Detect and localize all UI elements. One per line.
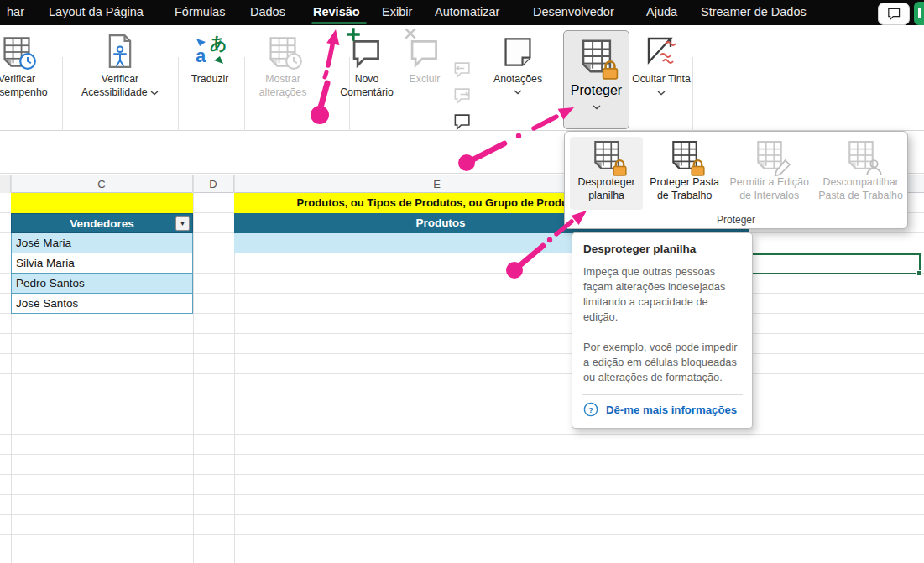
- menu-tab-layout-da-pagina[interactable]: Layout da Página: [49, 0, 158, 25]
- new-comment-icon: [351, 30, 383, 70]
- menu-tab-revisao-label: Revisão: [313, 5, 360, 18]
- show-changes-icon: [266, 30, 300, 70]
- notes-icon: [501, 30, 535, 70]
- show-comments-icon[interactable]: [452, 112, 472, 131]
- menu-tab-automatizar[interactable]: Automatizar: [435, 0, 516, 25]
- menu-item-proteger-pasta-de-trabalho[interactable]: Proteger Pasta de Trabalho: [645, 137, 724, 210]
- menu-tab-revisao[interactable]: Revisão: [313, 0, 365, 25]
- next-comment-icon: [452, 86, 472, 105]
- fill-handle[interactable]: [916, 270, 922, 276]
- vendedores-header-cell[interactable]: Vendedores ▼: [11, 213, 193, 233]
- column-header-d[interactable]: D: [193, 175, 234, 193]
- allow-edit-ranges-icon: [754, 139, 786, 175]
- vendedor-row[interactable]: Silvia Maria: [11, 253, 193, 274]
- vendedores-header-label: Vendedores: [70, 217, 134, 230]
- svg-text:?: ?: [588, 405, 593, 414]
- proteger-dropdown-menu: Desproteger planilha Proteger Pasta de T…: [564, 131, 908, 229]
- button-label: Excluir: [410, 73, 441, 86]
- vendedor-row[interactable]: José Santos: [11, 294, 193, 314]
- row-header-corner: [0, 175, 11, 193]
- selected-cell[interactable]: [749, 253, 921, 274]
- translate-icon: あ a: [192, 30, 227, 70]
- anotacoes-button[interactable]: Anotações: [487, 30, 549, 116]
- unprotect-sheet-icon: [591, 139, 623, 175]
- menu-tab-exibir[interactable]: Exibir: [382, 0, 418, 25]
- chevron-down-icon: [593, 105, 601, 110]
- button-label: Traduzir: [191, 73, 229, 86]
- comment-bubble-icon: [887, 7, 901, 21]
- menu-bar: har Layout da Página Fórmulas Dados Revi…: [0, 0, 924, 25]
- active-tab-underline: [311, 22, 367, 25]
- menu-item-label: Desproteger planilha: [570, 176, 643, 203]
- chevron-down-icon: [514, 90, 522, 95]
- menu-tab-ajuda[interactable]: Ajuda: [646, 0, 684, 25]
- mostrar-alteracoes-button: Mostrar alterações: [249, 30, 316, 116]
- tooltip-body-2: Por exemplo, você pode impedir a edição …: [583, 340, 741, 385]
- button-label: Proteger: [571, 83, 622, 98]
- protect-workbook-icon: [669, 139, 701, 175]
- menu-item-desproteger-planilha[interactable]: Desproteger planilha: [570, 137, 643, 210]
- dropdown-group-label: Proteger: [570, 211, 902, 228]
- verificar-desempenho-button[interactable]: Verificar Desempenho: [0, 30, 60, 116]
- tooltip-body-1: Impeça que outras pessoas façam alteraçõ…: [583, 264, 741, 326]
- button-label: Mostrar alterações: [249, 73, 316, 100]
- menu-item-label: Permitir a Edição de Intervalos: [724, 176, 814, 203]
- column-header-c[interactable]: C: [11, 175, 193, 193]
- verificar-acessibilidade-button[interactable]: Verificar Acessibilidade: [74, 30, 166, 116]
- chevron-down-icon: [150, 91, 159, 96]
- banner-cell-c[interactable]: [11, 193, 193, 213]
- share-button-cut[interactable]: [914, 2, 924, 25]
- ribbon: Verificar Desempenho Verificar Acessibil…: [0, 25, 924, 131]
- novo-comentario-button[interactable]: Novo Comentário: [331, 30, 402, 116]
- check-performance-icon: [0, 30, 34, 70]
- excluir-button: Excluir: [398, 30, 452, 116]
- hide-ink-icon: [644, 30, 679, 70]
- protect-sheet-icon: [578, 38, 615, 78]
- menu-item-label: Proteger Pasta de Trabalho: [645, 176, 724, 203]
- menu-tab-formulas[interactable]: Fórmulas: [175, 0, 233, 25]
- menu-tab-desenvolvedor[interactable]: Desenvolvedor: [533, 0, 629, 25]
- unshare-workbook-icon: [845, 139, 877, 175]
- delete-comment-icon: [409, 30, 441, 70]
- menu-item-descompartilhar-pasta: Descompartilhar Pasta de Trabalho: [814, 137, 907, 210]
- menu-item-label: Descompartilhar Pasta de Trabalho: [814, 176, 907, 203]
- traduzir-button[interactable]: あ a Traduzir: [179, 30, 241, 116]
- menu-tab-streamer-de-dados[interactable]: Streamer de Dados: [701, 0, 824, 25]
- comments-titlebar-button[interactable]: [878, 3, 910, 25]
- desproteger-tooltip: Desproteger planilha Impeça que outras p…: [572, 232, 753, 429]
- chevron-down-icon: [657, 91, 666, 96]
- gridline: [193, 175, 194, 563]
- accessibility-icon: [104, 30, 136, 70]
- menu-item-permitir-edicao-intervalos: Permitir a Edição de Intervalos: [724, 137, 814, 210]
- vendedor-row[interactable]: Pedro Santos: [11, 274, 193, 294]
- excel-window: har Layout da Página Fórmulas Dados Revi…: [0, 0, 924, 563]
- menu-tab-desenhar-cut[interactable]: har: [7, 0, 32, 25]
- question-mark-icon: ?: [583, 402, 598, 417]
- button-label: Anotações: [493, 73, 542, 86]
- ocultar-tinta-button[interactable]: Ocultar Tinta: [632, 30, 691, 116]
- vendedor-row[interactable]: José Maria: [11, 233, 193, 253]
- tooltip-title: Desproteger planilha: [583, 242, 741, 255]
- proteger-button[interactable]: Proteger: [563, 30, 629, 129]
- svg-text:a: a: [196, 45, 206, 66]
- gridline: [921, 175, 921, 563]
- svg-text:あ: あ: [210, 34, 227, 53]
- button-label: Verificar Desempenho: [0, 73, 60, 100]
- filter-dropdown-button[interactable]: ▼: [175, 216, 190, 231]
- button-label: Ocultar Tinta: [632, 73, 691, 100]
- button-label: Verificar Acessibilidade: [74, 73, 166, 100]
- tooltip-link-label: Dê-me mais informações: [606, 404, 737, 416]
- previous-comment-icon: [452, 60, 472, 79]
- button-label: Novo Comentário: [331, 73, 402, 100]
- tooltip-divider: [582, 394, 743, 395]
- tooltip-help-link[interactable]: ? Dê-me mais informações: [583, 402, 741, 417]
- menu-tab-dados[interactable]: Dados: [250, 0, 296, 25]
